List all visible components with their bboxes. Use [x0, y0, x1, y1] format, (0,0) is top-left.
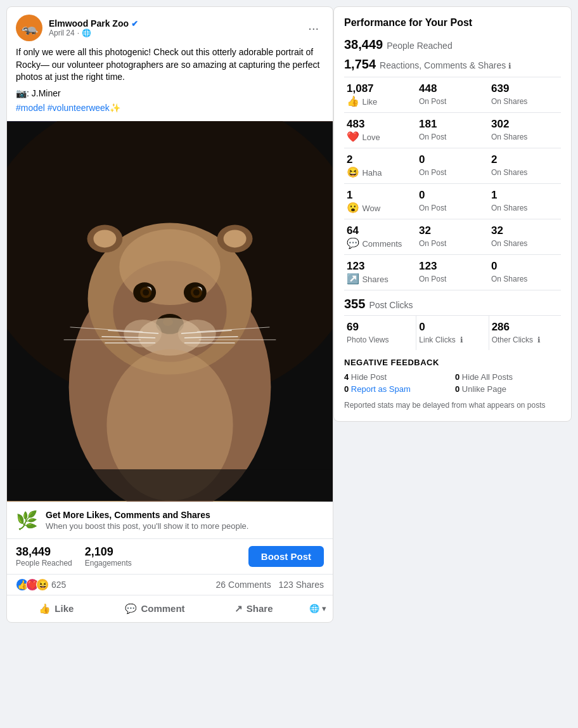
- post-date: April 24 · 🌐: [49, 29, 138, 37]
- reaction-total-cell: 123 ↗️ Shares: [344, 255, 416, 290]
- other-clicks-info-icon[interactable]: ℹ: [537, 335, 541, 344]
- people-reached-number: 38,449: [344, 37, 383, 52]
- report-spam-item: 0 Report as Spam: [344, 384, 450, 394]
- reactions-total-row: 1,754 Reactions, Comments & Shares ℹ: [344, 57, 561, 72]
- chevron-down-icon: ▾: [322, 604, 326, 613]
- post-clicks-row: 355 Post Clicks: [344, 297, 561, 311]
- reaction-on-post-cell: 0 On Post: [416, 184, 489, 219]
- boost-post-button[interactable]: Boost Post: [248, 546, 324, 567]
- breakdown-row: 64 💬 Comments 32 On Post 32 On Shares: [344, 219, 561, 255]
- more-options-button[interactable]: ···: [303, 18, 324, 38]
- negative-feedback-section: NEGATIVE FEEDBACK 4 Hide Post 0 Hide All…: [344, 358, 561, 394]
- performance-title: Performance for Your Post: [344, 17, 561, 29]
- negative-feedback-title: NEGATIVE FEEDBACK: [344, 358, 561, 367]
- avatar: 🦡: [16, 15, 42, 41]
- reaction-on-post-cell: 0 On Post: [416, 148, 489, 184]
- reaction-total-cell: 1 😮 Wow: [344, 184, 416, 219]
- globe-language-button[interactable]: 🌐 ▾: [303, 598, 333, 620]
- thumbs-up-icon: 👍: [39, 603, 51, 614]
- hide-all-posts-item: 0 Hide All Posts: [455, 372, 561, 382]
- report-spam-link[interactable]: Report as Spam: [351, 384, 411, 394]
- share-icon: ↗: [234, 603, 243, 614]
- other-clicks-cell: 286 Other Clicks ℹ: [489, 316, 561, 350]
- comment-icon: 💬: [125, 603, 137, 614]
- clicks-detail: 69 Photo Views 0 Link Clicks ℹ 286 Other…: [344, 315, 561, 350]
- performance-panel: Performance for Your Post 38,449 People …: [333, 6, 572, 422]
- people-reached-stat: 38,449 People Reached: [16, 545, 72, 568]
- reaction-on-shares-cell: 1 On Shares: [489, 184, 561, 219]
- boost-section: 🌿 Get More Likes, Comments and Shares Wh…: [7, 502, 333, 538]
- reactions-total-label: Reactions, Comments & Shares: [380, 60, 506, 70]
- reactions-left: 👍 ❤️ 😆 625: [16, 578, 66, 591]
- reaction-on-post-cell: 448 On Post: [416, 77, 489, 113]
- reaction-on-shares-cell: 2 On Shares: [489, 148, 561, 184]
- svg-point-8: [224, 230, 247, 247]
- reaction-on-post-cell: 123 On Post: [416, 255, 489, 290]
- reaction-on-shares-cell: 639 On Shares: [489, 77, 561, 113]
- link-clicks-cell: 0 Link Clicks ℹ: [416, 316, 489, 350]
- breakdown-row: 2 😆 Haha 0 On Post 2 On Shares: [344, 148, 561, 184]
- post-card: 🦡 Elmwood Park Zoo ✔ April 24 · 🌐 ···: [6, 6, 333, 623]
- reaction-on-shares-cell: 302 On Shares: [489, 113, 561, 148]
- link-clicks-info-icon[interactable]: ℹ: [460, 335, 463, 344]
- unlike-page-item: 0 Unlike Page: [455, 384, 561, 394]
- like-button[interactable]: 👍 Like: [7, 598, 106, 620]
- post-clicks-label: Post Clicks: [369, 300, 413, 310]
- reaction-on-shares-cell: 32 On Shares: [489, 219, 561, 255]
- post-image: [7, 121, 333, 502]
- privacy-icon: 🌐: [82, 29, 91, 37]
- hide-post-item: 4 Hide Post: [344, 372, 450, 382]
- breakdown-table: 1,087 👍 Like 448 On Post 639 On Shares 4…: [344, 77, 561, 290]
- breakdown-row: 1,087 👍 Like 448 On Post 639 On Shares: [344, 77, 561, 113]
- disclaimer-text: Reported stats may be delayed from what …: [344, 400, 561, 411]
- reaction-total-cell: 2 😆 Haha: [344, 148, 416, 184]
- reaction-total-cell: 64 💬 Comments: [344, 219, 416, 255]
- breakdown-row: 123 ↗️ Shares 123 On Post 0 On Shares: [344, 255, 561, 290]
- haha-emoji: 😆: [36, 578, 49, 591]
- post-meta: Elmwood Park Zoo ✔ April 24 · 🌐: [49, 18, 138, 37]
- comments-shares-count: 26 Comments 123 Shares: [216, 580, 324, 590]
- reaction-on-shares-cell: 0 On Shares: [489, 255, 561, 290]
- post-header: 🦡 Elmwood Park Zoo ✔ April 24 · 🌐 ···: [7, 7, 333, 46]
- svg-point-7: [93, 230, 116, 247]
- photo-views-cell: 69 Photo Views: [344, 316, 416, 350]
- stats-bar: 38,449 People Reached 2,109 Engagements …: [7, 538, 333, 574]
- reactions-bar: 👍 ❤️ 😆 625 26 Comments 123 Shares: [7, 574, 333, 595]
- reaction-total-cell: 483 ❤️ Love: [344, 113, 416, 148]
- reactions-info-icon[interactable]: ℹ: [508, 62, 511, 70]
- svg-point-17: [193, 289, 200, 296]
- verified-icon: ✔: [131, 19, 138, 29]
- page-name: Elmwood Park Zoo ✔: [49, 18, 138, 29]
- share-button[interactable]: ↗ Share: [204, 598, 303, 620]
- comment-button[interactable]: 💬 Comment: [106, 598, 205, 620]
- reactions-total-number: 1,754: [344, 57, 376, 72]
- reaction-emojis: 👍 ❤️ 😆: [16, 578, 49, 591]
- breakdown-row: 1 😮 Wow 0 On Post 1 On Shares: [344, 184, 561, 219]
- reaction-total-cell: 1,087 👍 Like: [344, 77, 416, 113]
- engagements-stat: 2,109 Engagements: [85, 545, 132, 568]
- svg-rect-34: [7, 469, 333, 501]
- boost-text: Get More Likes, Comments and Shares When…: [46, 510, 324, 531]
- globe-icon: 🌐: [309, 604, 319, 613]
- reaction-on-post-cell: 32 On Post: [416, 219, 489, 255]
- reaction-on-post-cell: 181 On Post: [416, 113, 489, 148]
- post-clicks-number: 355: [344, 297, 365, 311]
- people-reached-label: People Reached: [387, 41, 453, 51]
- post-header-left: 🦡 Elmwood Park Zoo ✔ April 24 · 🌐: [16, 15, 138, 41]
- negative-feedback-grid: 4 Hide Post 0 Hide All Posts 0 Report as…: [344, 372, 561, 394]
- breakdown-row: 483 ❤️ Love 181 On Post 302 On Shares: [344, 113, 561, 148]
- leaf-icon: 🌿: [16, 510, 38, 531]
- people-reached-row: 38,449 People Reached: [344, 37, 561, 52]
- action-bar: 👍 Like 💬 Comment ↗ Share 🌐 ▾: [7, 595, 333, 622]
- post-text: If only we were all this photogenic! Che…: [7, 46, 333, 121]
- svg-point-16: [143, 289, 149, 296]
